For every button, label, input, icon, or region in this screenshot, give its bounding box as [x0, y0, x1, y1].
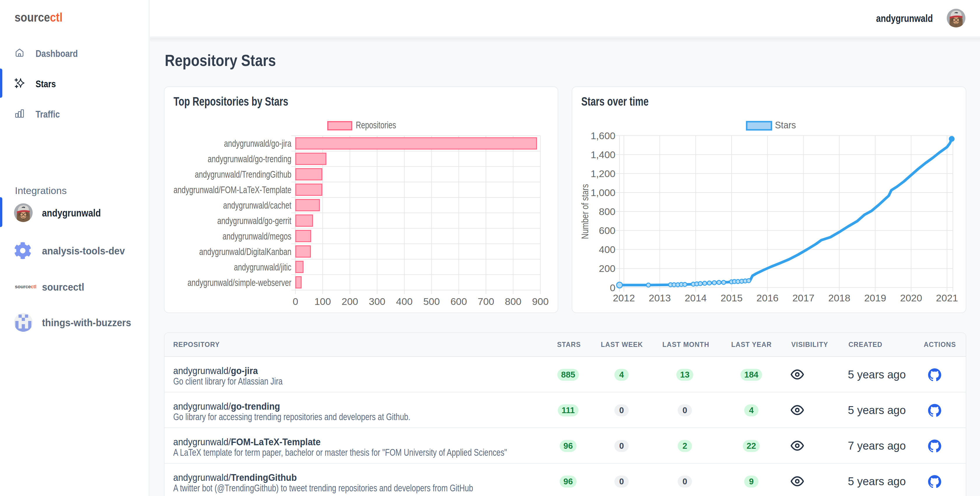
svg-text:800: 800 [599, 206, 616, 217]
svg-text:100: 100 [314, 296, 331, 307]
svg-text:2021: 2021 [936, 292, 958, 303]
svg-text:2016: 2016 [757, 292, 779, 303]
svg-text:700: 700 [478, 296, 495, 307]
svg-text:andygrunwald/go-gerrit: andygrunwald/go-gerrit [217, 215, 291, 226]
svg-text:2017: 2017 [792, 292, 815, 303]
svg-text:2014: 2014 [684, 292, 707, 303]
svg-text:500: 500 [423, 296, 440, 307]
svg-text:Repositories: Repositories [356, 119, 396, 131]
svg-text:andygrunwald/jitic: andygrunwald/jitic [234, 262, 291, 273]
svg-text:andygrunwald/TrendingGithub: andygrunwald/TrendingGithub [195, 169, 291, 180]
svg-text:2018: 2018 [828, 292, 851, 303]
svg-text:400: 400 [599, 244, 616, 255]
svg-text:andygrunwald/DigitalKanban: andygrunwald/DigitalKanban [199, 246, 291, 257]
svg-text:600: 600 [599, 225, 616, 236]
svg-text:2013: 2013 [649, 292, 671, 303]
svg-text:300: 300 [369, 296, 386, 307]
svg-text:2019: 2019 [864, 292, 886, 303]
svg-text:andygrunwald/go-trending: andygrunwald/go-trending [208, 153, 291, 164]
svg-text:0: 0 [293, 296, 298, 307]
svg-text:andygrunwald/go-jira: andygrunwald/go-jira [224, 138, 291, 149]
svg-text:900: 900 [532, 296, 549, 307]
svg-text:2015: 2015 [721, 292, 743, 303]
svg-text:andygrunwald/FOM-LaTeX-Templat: andygrunwald/FOM-LaTeX-Template [173, 184, 291, 195]
svg-text:1,000: 1,000 [590, 187, 616, 198]
svg-text:andygrunwald/simple-webserver: andygrunwald/simple-webserver [188, 277, 291, 288]
svg-text:andygrunwald/cachet: andygrunwald/cachet [223, 199, 291, 211]
svg-text:600: 600 [450, 296, 467, 307]
svg-text:2020: 2020 [900, 292, 922, 303]
svg-text:2012: 2012 [613, 292, 635, 303]
svg-text:1,200: 1,200 [590, 168, 616, 179]
svg-text:200: 200 [342, 296, 358, 307]
svg-text:andygrunwald/megos: andygrunwald/megos [223, 231, 291, 242]
svg-text:800: 800 [505, 296, 522, 307]
svg-text:0: 0 [610, 282, 616, 293]
svg-text:1,400: 1,400 [590, 149, 616, 160]
svg-text:1,600: 1,600 [590, 130, 616, 141]
svg-text:Number of stars: Number of stars [579, 184, 590, 239]
svg-text:200: 200 [599, 263, 616, 274]
svg-text:Stars: Stars [775, 119, 796, 131]
svg-text:400: 400 [396, 296, 413, 307]
